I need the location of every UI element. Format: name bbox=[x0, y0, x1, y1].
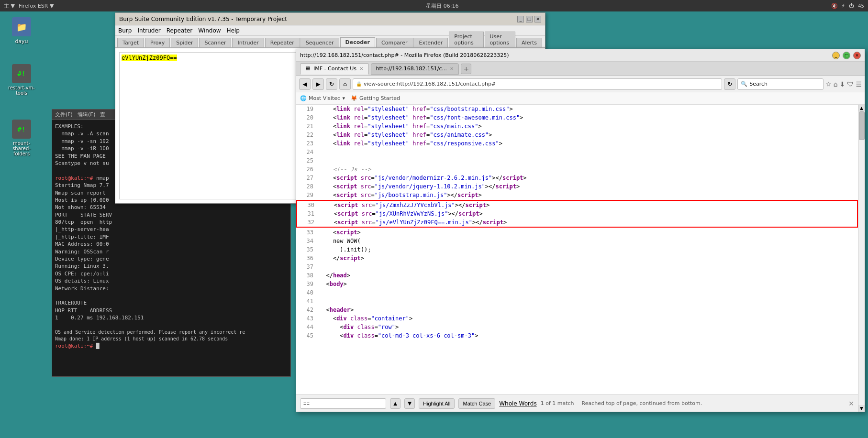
tab-proxy[interactable]: Proxy bbox=[145, 38, 170, 47]
source-line-36: 36 </script> bbox=[296, 254, 858, 263]
tab-project-options[interactable]: Project options bbox=[449, 32, 483, 47]
tab-user-options[interactable]: User options bbox=[485, 32, 516, 47]
tab-decoder[interactable]: Decoder bbox=[340, 37, 375, 47]
taskbar-icon-2: ⚡ bbox=[842, 3, 846, 9]
find-reached-msg: Reached top of page, continued from bott… bbox=[582, 400, 702, 406]
burp-titlebar: Burp Suite Community Edition v1.7.35 - T… bbox=[115, 13, 545, 25]
url-bar[interactable]: 🔒 view-source:http://192.168.182.151/con… bbox=[353, 78, 722, 90]
firefox-indicator[interactable]: Firefox ESR ▼ bbox=[19, 3, 54, 9]
burp-menu-intruder[interactable]: Intruder bbox=[137, 27, 160, 34]
firefox-title: http://192.168.182.151/contact.php# - Mo… bbox=[300, 52, 509, 58]
scroll-up-btn[interactable]: ▲ bbox=[858, 105, 865, 111]
firefox-new-tab-btn[interactable]: + bbox=[461, 64, 471, 74]
scrollbar[interactable]: ▲ ▼ bbox=[858, 105, 865, 412]
tab-sequencer[interactable]: Sequencer bbox=[300, 38, 339, 47]
burp-menu-window[interactable]: Window bbox=[198, 27, 221, 34]
bookmark-getting-started-label: Getting Started bbox=[359, 95, 400, 101]
bookmark-star-icon[interactable]: ☆ bbox=[825, 80, 832, 88]
tab-spider[interactable]: Spider bbox=[171, 38, 198, 47]
bookmark-getting-started[interactable]: 🦊 Getting Started bbox=[351, 95, 400, 101]
desktop-icon-mount[interactable]: #! mount-shared-folders bbox=[5, 120, 38, 156]
taskbar-clock: 星期日 06:16 bbox=[426, 2, 458, 10]
tab-comparer[interactable]: Comparer bbox=[376, 38, 412, 47]
home-btn[interactable]: ⌂ bbox=[339, 78, 351, 90]
firefox-tab-0[interactable]: 🏛 IMF - Contact Us ✕ bbox=[300, 63, 369, 75]
tab-alerts[interactable]: Alerts bbox=[516, 38, 542, 47]
highlight-all-btn[interactable]: Highlight All bbox=[419, 398, 455, 409]
source-line-33: 33 <script> bbox=[296, 228, 858, 237]
source-line-39: 39 <body> bbox=[296, 280, 858, 288]
source-content: 19 <link rel="stylesheet" href="css/boot… bbox=[296, 105, 858, 394]
find-prev-btn[interactable]: ▲ bbox=[390, 398, 401, 409]
source-line-20: 20 <link rel="stylesheet" href="css/font… bbox=[296, 113, 858, 122]
source-line-43: 43 <div class="container"> bbox=[296, 314, 858, 323]
source-line-44: 44 <div class="row"> bbox=[296, 323, 858, 331]
burp-tabs: Target Proxy Spider Scanner Intruder Rep… bbox=[115, 36, 545, 48]
find-status: 1 of 1 match bbox=[541, 400, 574, 406]
tab-target[interactable]: Target bbox=[117, 38, 144, 47]
lock-icon: 🔒 bbox=[356, 81, 362, 87]
burp-menu-repeater[interactable]: Repeater bbox=[167, 27, 193, 34]
source-line-29: 29 <script src="js/bootstrap.min.js"></s… bbox=[296, 191, 858, 199]
tab-close-0[interactable]: ✕ bbox=[359, 66, 363, 71]
burp-close-btn[interactable]: ✕ bbox=[534, 16, 541, 22]
terminal-menu-view[interactable]: 查 bbox=[100, 111, 105, 118]
whole-words-label[interactable]: Whole Words bbox=[499, 400, 536, 407]
find-close-btn[interactable]: ✕ bbox=[848, 400, 854, 407]
bookmark-most-visited[interactable]: 🌐 Most Visited ▾ bbox=[300, 95, 345, 101]
burp-menu-help[interactable]: Help bbox=[227, 27, 240, 34]
source-line-30: 30 <script src="js/ZmxhZzJ7YVcxbVl.js"><… bbox=[297, 201, 857, 209]
taskbar-right: 🔇 ⚡ ⏻ 45 bbox=[831, 3, 864, 9]
firefox-maximize-btn[interactable]: □ bbox=[843, 52, 850, 59]
firefox-close-btn[interactable]: ✕ bbox=[853, 52, 861, 59]
source-line-41: 41 bbox=[296, 297, 858, 306]
tab-repeater[interactable]: Repeater bbox=[265, 38, 300, 47]
firefox-tab-1[interactable]: http://192.168.182.151/c... ✕ bbox=[371, 63, 459, 75]
source-line-38: 38 </head> bbox=[296, 271, 858, 280]
dayu-label: dayu bbox=[15, 38, 28, 44]
burp-menu-burp[interactable]: Burp bbox=[118, 27, 132, 34]
find-next-btn[interactable]: ▼ bbox=[404, 398, 415, 409]
download-icon[interactable]: ⬇ bbox=[840, 80, 846, 88]
match-case-btn[interactable]: Match Case bbox=[458, 398, 495, 409]
source-line-25: 25 bbox=[296, 156, 858, 165]
home-icon[interactable]: ⌂ bbox=[834, 80, 838, 88]
tab-close-1[interactable]: ✕ bbox=[450, 66, 454, 71]
search-icon: 🔍 bbox=[741, 81, 747, 87]
start-menu[interactable]: 主 ▼ bbox=[4, 2, 15, 10]
source-line-45: 45 <div class="col-md-3 col-xs-6 col-sm-… bbox=[296, 331, 858, 340]
source-line-19: 19 <link rel="stylesheet" href="css/boot… bbox=[296, 105, 858, 113]
scroll-down-btn[interactable]: ▼ bbox=[858, 405, 865, 412]
back-btn[interactable]: ◀ bbox=[299, 78, 311, 90]
scroll-thumb[interactable] bbox=[859, 111, 865, 140]
desktop-icon-restart[interactable]: #! restart-vm-tools bbox=[5, 64, 38, 96]
firefox-minimize-btn[interactable]: _ bbox=[832, 52, 840, 59]
mount-label: mount-shared-folders bbox=[5, 141, 38, 156]
source-line-22: 22 <link rel="stylesheet" href="css/anim… bbox=[296, 131, 858, 139]
search-box[interactable]: 🔍 Search bbox=[737, 78, 823, 90]
dayu-icon: 📁 bbox=[12, 17, 31, 36]
burp-maximize-btn[interactable]: □ bbox=[526, 16, 533, 22]
search-placeholder: Search bbox=[749, 81, 768, 87]
terminal-menu-file[interactable]: 文件(F) bbox=[55, 111, 73, 118]
burp-minimize-btn[interactable]: _ bbox=[517, 16, 524, 22]
terminal-menus: 文件(F) 编辑(E) 查 bbox=[55, 111, 105, 118]
restart-label: restart-vm-tools bbox=[8, 85, 35, 96]
scroll-track[interactable] bbox=[858, 111, 865, 405]
tab-extender[interactable]: Extender bbox=[413, 38, 448, 47]
forward-btn[interactable]: ▶ bbox=[312, 78, 324, 90]
firefox-window: http://192.168.182.151/contact.php# - Mo… bbox=[296, 49, 865, 412]
more-icon[interactable]: ☰ bbox=[856, 80, 862, 88]
refresh-btn[interactable]: ↻ bbox=[724, 78, 735, 90]
terminal-menu-edit[interactable]: 编辑(E) bbox=[78, 111, 96, 118]
taskbar-time-small: 45 bbox=[858, 3, 864, 9]
desktop-icon-dayu[interactable]: 📁 dayu bbox=[5, 17, 38, 44]
firefox-bookmarks-bar: 🌐 Most Visited ▾ 🦊 Getting Started bbox=[296, 92, 865, 105]
shield-icon[interactable]: 🛡 bbox=[847, 80, 854, 88]
source-line-28: 28 <script src="js/vendor/jquery-1.10.2.… bbox=[296, 182, 858, 191]
bookmark-globe-icon: 🌐 bbox=[300, 95, 307, 101]
tab-scanner[interactable]: Scanner bbox=[199, 38, 231, 47]
reload-btn[interactable]: ↻ bbox=[326, 78, 337, 90]
tab-intruder[interactable]: Intruder bbox=[232, 38, 264, 47]
find-input[interactable] bbox=[300, 398, 386, 409]
